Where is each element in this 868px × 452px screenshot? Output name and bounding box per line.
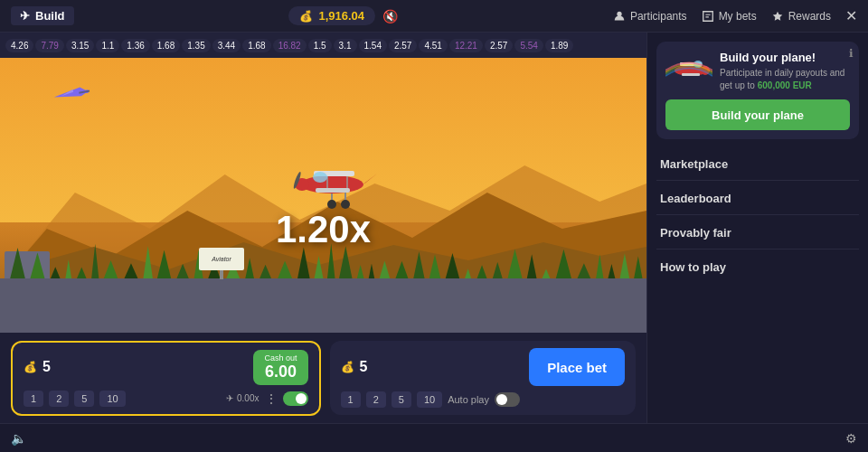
quick-bet-2-10[interactable]: 10: [417, 391, 442, 408]
coin-1: 💰: [24, 361, 37, 373]
promo-text: Build your plane! Participate in daily p…: [720, 51, 850, 92]
bet-bottom-2: 1 2 5 10 Auto play: [341, 391, 626, 408]
multiplier-badge: 3.44: [212, 39, 241, 52]
multiplier-badge: 12.21: [449, 39, 483, 52]
promo-card: ℹ: [656, 42, 859, 139]
tree: [338, 246, 353, 283]
build-label: Build: [35, 9, 65, 23]
bet-value-2: 5: [360, 359, 368, 375]
close-button[interactable]: ✕: [845, 7, 857, 24]
bet-top-2: 💰 5 Place bet: [341, 348, 626, 386]
menu-item-how-to-play[interactable]: How to play: [656, 251, 859, 283]
promo-plane-image: [665, 51, 712, 87]
bet-bottom-1: 1 2 5 10 ✈ 0.00x ⋮: [24, 391, 308, 407]
sound-button[interactable]: 🔇: [382, 9, 398, 24]
coin-2: 💰: [341, 361, 354, 373]
multiplier-badge: 5.54: [514, 39, 542, 52]
bet-top-1: 💰 5 Cash out 6.00: [24, 350, 308, 385]
quick-bet-1-2[interactable]: 2: [49, 391, 69, 407]
build-plane-button[interactable]: Build your plane: [665, 99, 850, 130]
quick-bet-1-5[interactable]: 5: [74, 391, 94, 407]
multiplier-badge: 1.35: [182, 39, 210, 52]
bets-icon: [702, 10, 714, 23]
multiplier-badge: 1.1: [96, 39, 119, 52]
top-bar-center: 💰 1,916.04 🔇: [288, 6, 398, 25]
autoplay-toggle[interactable]: [495, 392, 520, 407]
coin-icon: 💰: [299, 10, 313, 23]
multiplier-badge: 2.57: [485, 39, 513, 52]
build-tab[interactable]: ✈ Build: [11, 6, 74, 25]
right-panel: ℹ: [646, 33, 868, 423]
bottom-strip: 🔈 ⚙: [0, 423, 868, 452]
quick-bet-1-10[interactable]: 10: [99, 391, 125, 407]
aviator-sign: Aviator: [194, 243, 249, 283]
svg-marker-10: [363, 174, 377, 184]
multiplier-badge: 1.68: [242, 39, 270, 52]
svg-rect-12: [316, 188, 350, 193]
auto-plane-icon: ✈: [226, 393, 233, 403]
quick-bet-2-1[interactable]: 1: [341, 391, 361, 408]
multiplier-badge: 3.15: [66, 39, 94, 52]
info-button[interactable]: ℹ: [849, 47, 854, 60]
bottom-left: 🔈: [11, 431, 26, 446]
multiplier-badge: 1.89: [545, 39, 573, 52]
plane-icon: ✈: [20, 9, 30, 23]
cashout-toggle[interactable]: [283, 391, 308, 406]
more-button[interactable]: ⋮: [265, 391, 278, 406]
auto-value: 0.00x: [237, 393, 259, 403]
settings-icon[interactable]: ⚙: [845, 431, 857, 446]
multiplier-badge: 1.5: [308, 39, 332, 52]
left-panel: 4.267.793.151.11.361.681.353.441.6816.82…: [0, 33, 646, 423]
menu-item-provably-fair[interactable]: Provably fair: [656, 217, 859, 250]
autoplay-label: Auto play: [448, 394, 489, 405]
multiplier-badge: 4.26: [5, 39, 33, 52]
main-content: 4.267.793.151.11.361.681.353.441.6816.82…: [0, 33, 868, 423]
menu-list: MarketplaceLeaderboardProvably fairHow t…: [656, 148, 859, 283]
multiplier-badge: 4.51: [419, 39, 447, 52]
participants-nav[interactable]: Participants: [613, 10, 687, 23]
menu-item-leaderboard[interactable]: Leaderboard: [656, 183, 859, 215]
multiplier-display: 1.20x: [276, 208, 371, 251]
balance-pill: 💰 1,916.04: [288, 6, 375, 25]
quick-bet-2-2[interactable]: 2: [366, 391, 386, 408]
multiplier-badge: 16.82: [273, 39, 307, 52]
rewards-icon: [771, 10, 784, 23]
quick-bet-1-1[interactable]: 1: [24, 391, 43, 407]
svg-rect-23: [220, 270, 223, 279]
multiplier-badge: 1.54: [359, 39, 387, 52]
multiplier-badge: 3.1: [334, 39, 357, 52]
bet-value-1: 5: [42, 359, 51, 375]
promo-desc: Participate in daily payouts and get up …: [720, 67, 850, 92]
multiplier-value: 1.20x: [276, 208, 371, 250]
bottom-controls: 💰 5 Cash out 6.00 1 2 5 10 ✈ 0.00x: [0, 333, 646, 423]
svg-rect-28: [682, 73, 700, 76]
multiplier-badge: 7.79: [35, 39, 63, 52]
promo-title: Build your plane!: [720, 51, 850, 64]
cashout-button[interactable]: Cash out 6.00: [253, 350, 307, 385]
my-bets-nav[interactable]: My bets: [702, 10, 757, 23]
bottom-right: ⚙: [845, 431, 857, 446]
svg-text:Aviator: Aviator: [211, 256, 231, 262]
bet-amount-2: 💰 5: [341, 359, 368, 375]
quick-bet-2-5[interactable]: 5: [392, 391, 411, 408]
multiplier-badge: 1.36: [121, 39, 149, 52]
svg-marker-4: [53, 86, 89, 100]
game-canvas: Aviator 1.20x: [0, 58, 646, 333]
auto-info: ✈ 0.00x: [226, 393, 259, 403]
menu-item-marketplace[interactable]: Marketplace: [656, 148, 859, 181]
cashout-value: 6.00: [265, 363, 297, 381]
bet-panel-1: 💰 5 Cash out 6.00 1 2 5 10 ✈ 0.00x: [11, 341, 321, 416]
place-bet-button[interactable]: Place bet: [529, 348, 625, 386]
multiplier-badge: 2.57: [389, 39, 417, 52]
top-bar-left: ✈ Build: [11, 6, 74, 25]
runway: [0, 278, 646, 333]
top-bar: ✈ Build 💰 1,916.04 🔇 Participants My bet…: [0, 0, 868, 33]
autoplay-row: Auto play: [448, 392, 520, 407]
cashout-label: Cash out: [264, 353, 297, 363]
rewards-nav[interactable]: Rewards: [771, 10, 831, 23]
tree: [143, 246, 154, 283]
promo-content: Build your plane! Participate in daily p…: [665, 51, 850, 92]
volume-icon[interactable]: 🔈: [11, 431, 26, 446]
multiplier-badge: 1.68: [152, 39, 180, 52]
multiplier-strip: 4.267.793.151.11.361.681.353.441.6816.82…: [0, 33, 646, 58]
